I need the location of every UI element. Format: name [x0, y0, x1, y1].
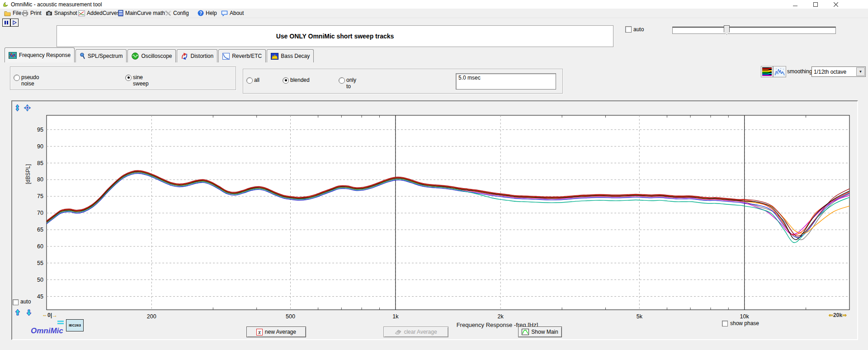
y-tick-label: 90 — [37, 143, 43, 150]
pan-end-right-arrow-icon[interactable]: ⇒ — [842, 312, 847, 318]
shift-up-icon[interactable] — [14, 309, 21, 316]
x-tick-label: 10k — [740, 313, 750, 320]
y-tick-label: 80 — [37, 176, 43, 183]
x-pan-left-control[interactable]: ⇔0|→ — [42, 312, 57, 318]
show-phase-label: show phase — [730, 320, 759, 326]
frequency-response-chart: 95908580757065605550452005001k2k5k10k[dB… — [0, 0, 868, 350]
y-auto-checkbox[interactable] — [13, 299, 19, 305]
x-tick-label: 1k — [392, 313, 399, 320]
y-tick-label: 85 — [37, 160, 43, 166]
main-curve-icon — [522, 329, 529, 335]
iec263-badge[interactable]: IEC263 — [66, 319, 84, 331]
x-tick-label: 200 — [147, 313, 156, 320]
y-auto-label: auto — [20, 298, 31, 305]
y-tick-label: 65 — [37, 227, 43, 233]
y-tick-label: 70 — [37, 210, 43, 216]
app-window: OmniMic - acoustic measurement tool File… — [0, 0, 868, 350]
y-tick-label: 95 — [37, 127, 43, 133]
show-phase-checkbox[interactable] — [722, 321, 728, 326]
eraser-icon — [395, 329, 401, 335]
x-tick-label: 2k — [498, 313, 504, 320]
clear-average-button[interactable]: clear Average — [383, 326, 448, 337]
y-tick-label: 75 — [37, 193, 43, 199]
tab-frequency-response[interactable]: Frequency Response — [5, 47, 75, 62]
new-average-button[interactable]: x̄ new Average — [246, 326, 306, 337]
x-tick-label: 500 — [286, 313, 295, 320]
y-tick-label: 55 — [37, 260, 43, 266]
y-tick-label: 50 — [37, 277, 43, 283]
show-main-button[interactable]: Show Main — [518, 326, 562, 337]
shift-down-icon[interactable] — [25, 309, 33, 316]
pan-left-arrow-icon[interactable]: ⇔ — [42, 312, 47, 318]
tab-label: Frequency Response — [19, 52, 71, 58]
y-axis-title: [dBSPL] — [25, 164, 31, 184]
frequency-response-icon — [9, 52, 17, 59]
x-bar-icon: x̄ — [256, 329, 263, 336]
pan-end-left-arrow-icon[interactable]: ⇐ — [829, 312, 833, 318]
y-tick-label: 45 — [37, 293, 43, 300]
x-tick-label: 5k — [637, 313, 643, 320]
equals-icon — [57, 321, 64, 324]
y-tick-label: 60 — [37, 243, 43, 250]
pan-right-small-arrow-icon[interactable]: → — [52, 312, 57, 318]
x-pan-right-control[interactable]: ⇐20k⇒ — [829, 312, 847, 318]
x-axis-end-label: 20k — [833, 312, 842, 318]
omnimic-logo: OmniMic — [31, 326, 63, 336]
